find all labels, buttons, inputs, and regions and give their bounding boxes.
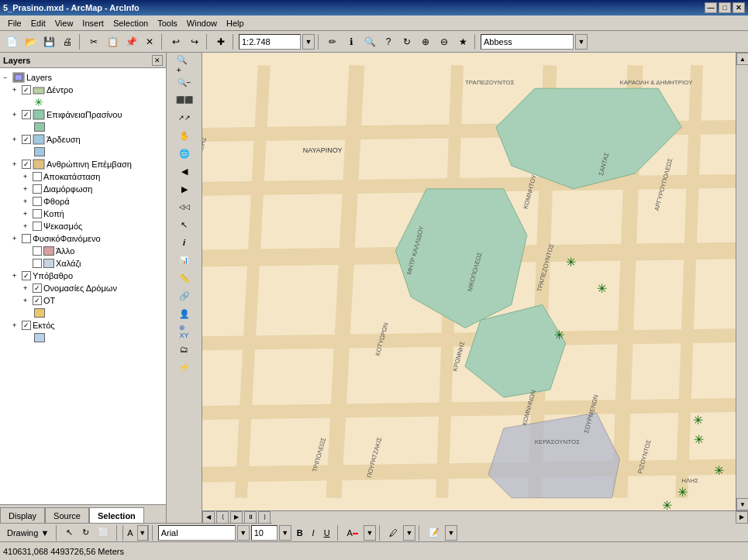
tree-item-apokatastasi[interactable]: + Αποκατάσταση <box>2 170 164 183</box>
scroll-up-button[interactable]: ▲ <box>736 53 748 65</box>
zoom-in-btn[interactable]: ⊕ <box>417 33 434 50</box>
lightning-tool[interactable]: ⚡ <box>176 359 193 376</box>
check-ektos[interactable]: ✓ <box>22 321 31 330</box>
tree-item-ektos[interactable]: + ✓ Εκτός <box>2 319 164 332</box>
scale-dropdown[interactable]: ▼ <box>302 34 315 50</box>
group-btn[interactable]: ⬜ <box>95 525 113 541</box>
font-input[interactable] <box>481 34 574 50</box>
toggle-fthora[interactable]: + <box>23 198 33 205</box>
scroll-left-button[interactable]: ◀ <box>202 511 215 524</box>
text-type-dropdown[interactable]: ▼ <box>137 525 148 541</box>
check-onomasies[interactable]: ✓ <box>33 283 42 293</box>
toggle-root[interactable]: − <box>3 74 12 81</box>
fill-color-dropdown[interactable]: ▼ <box>403 525 415 541</box>
tree-item-kopi[interactable]: + Κοπή <box>2 208 164 220</box>
print-button[interactable]: 🖨 <box>59 33 76 50</box>
check-epifaneia[interactable]: ✓ <box>22 110 31 119</box>
tree-item-root[interactable]: − Layers <box>2 71 164 84</box>
zoom-in-tool[interactable]: 🔍+ <box>176 56 193 73</box>
check-chalazi[interactable] <box>33 259 42 268</box>
check-diamorfosi[interactable] <box>33 184 42 194</box>
rotate-btn[interactable]: ↻ <box>78 525 93 541</box>
check-dentro[interactable]: ✓ <box>22 85 31 94</box>
underline-button[interactable]: U <box>320 525 334 541</box>
tree-item-ypovathro[interactable]: + ✓ Υπόβαθρο <box>2 270 164 282</box>
zoom-out-tool[interactable]: 🔍− <box>176 74 193 91</box>
layout-tool[interactable]: 🗂 <box>176 341 193 358</box>
maximize-button[interactable]: □ <box>719 2 731 13</box>
toggle-onomasies[interactable]: + <box>23 284 33 292</box>
check-ardeysi[interactable]: ✓ <box>22 135 31 144</box>
tree-item-ardeysi[interactable]: + ✓ Άρδευση <box>2 133 164 146</box>
cut-button[interactable]: ✂ <box>85 33 102 50</box>
line-color-dropdown[interactable]: ▼ <box>445 525 457 541</box>
tab-display[interactable]: Display <box>0 507 45 523</box>
menu-edit[interactable]: Edit <box>26 17 50 29</box>
toggle-ardeysi[interactable]: + <box>12 136 22 143</box>
menu-view[interactable]: View <box>50 17 78 29</box>
check-anthropini[interactable]: ✓ <box>22 160 31 169</box>
bold-button[interactable]: B <box>293 525 307 541</box>
full-extent-tool[interactable]: ⬛⬛ <box>167 91 202 108</box>
close-window-button[interactable]: ✕ <box>732 2 745 13</box>
select-tool[interactable]: ↖ <box>176 216 193 233</box>
menu-window[interactable]: Window <box>182 17 222 29</box>
help-btn[interactable]: ? <box>380 33 397 50</box>
drawing-dropdown[interactable]: Drawing ▼ <box>3 525 53 541</box>
fixed-zoom-in-tool[interactable]: ↗↗ <box>167 109 202 126</box>
tab-selection[interactable]: Selection <box>89 507 144 523</box>
copy-button[interactable]: 📋 <box>104 33 121 50</box>
tab-source[interactable]: Source <box>45 507 89 523</box>
font-name-dropdown[interactable]: ▼ <box>237 525 250 541</box>
italic-button[interactable]: I <box>309 525 319 541</box>
find-btn[interactable]: 🔍 <box>361 33 378 50</box>
attr-table-tool[interactable]: 📊 <box>167 252 202 269</box>
delete-button[interactable]: ✕ <box>141 33 158 50</box>
font-size-dropdown[interactable]: ▼ <box>279 525 291 541</box>
scroll-pause-button[interactable]: ⏸ <box>244 511 257 524</box>
scroll-prev-button[interactable]: ⟨ <box>216 511 229 524</box>
hyperlink-tool[interactable]: 🔗 <box>176 287 193 304</box>
redo-button[interactable]: ↪ <box>186 33 203 50</box>
prev-extent-tool[interactable]: ◁◁ <box>176 198 193 215</box>
tree-item-onomasies[interactable]: + ✓ Ονομασίες Δρόμων <box>2 282 164 294</box>
bookmark-btn[interactable]: ★ <box>454 33 471 50</box>
font-color-dropdown[interactable]: ▼ <box>364 525 376 541</box>
toggle-dentro[interactable]: + <box>12 86 22 94</box>
tree-item-ot[interactable]: + ✓ ΟΤ <box>2 294 164 307</box>
scroll-down-button[interactable]: ▼ <box>736 498 748 510</box>
new-button[interactable]: 📄 <box>3 33 20 50</box>
check-fysiko[interactable] <box>22 234 31 243</box>
back-tool[interactable]: ◀ <box>176 163 193 180</box>
toggle-fysiko[interactable]: + <box>12 235 22 242</box>
add-data-button[interactable]: ✚ <box>212 33 229 50</box>
minimize-button[interactable]: — <box>705 2 717 13</box>
menu-help[interactable]: Help <box>222 17 249 29</box>
open-button[interactable]: 📂 <box>22 33 39 50</box>
check-kopi[interactable] <box>33 209 42 218</box>
font-size-input[interactable] <box>251 525 277 541</box>
save-button[interactable]: 💾 <box>40 33 57 50</box>
toggle-diamorfosi[interactable]: + <box>23 185 33 193</box>
menu-tools[interactable]: Tools <box>153 17 182 29</box>
toggle-epifaneia[interactable]: + <box>12 111 22 119</box>
forward-tool[interactable]: ▶ <box>176 180 193 198</box>
undo-button[interactable]: ↩ <box>167 33 184 50</box>
select-elements-btn[interactable]: ↖ <box>62 525 77 541</box>
panel-close-button[interactable]: ✕ <box>152 55 163 66</box>
tree-item-chalazi[interactable]: Χαλάζι <box>2 257 164 270</box>
vertical-scrollbar[interactable]: ▲ ▼ <box>736 53 748 510</box>
tree-item-dentro[interactable]: + ✓ Δέντρο <box>2 84 164 96</box>
tree-item-fthora[interactable]: + Φθορά <box>2 195 164 208</box>
refresh-btn[interactable]: ↻ <box>398 33 415 50</box>
check-allo[interactable] <box>33 246 42 256</box>
paste-button[interactable]: 📌 <box>122 33 140 50</box>
check-ot[interactable]: ✓ <box>33 296 42 305</box>
toggle-apokatastasi[interactable]: + <box>23 173 33 180</box>
pan-tool[interactable]: ✋ <box>176 127 193 144</box>
xy-tool[interactable]: ⊕XY <box>176 323 193 340</box>
check-psekasmos[interactable] <box>33 222 42 231</box>
toggle-ektos[interactable]: + <box>12 321 22 329</box>
globe-tool[interactable]: 🌐 <box>176 145 193 162</box>
measure-tool[interactable]: 📏 <box>176 270 193 287</box>
